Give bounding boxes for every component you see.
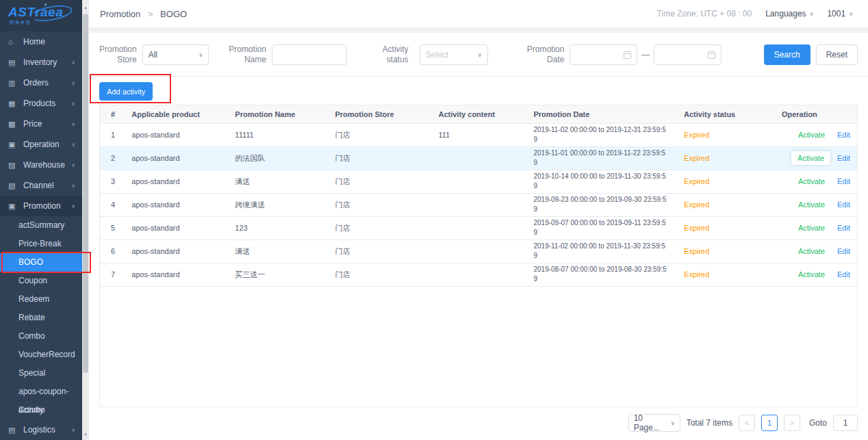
cell-index: 7 [100,263,126,286]
reset-button[interactable]: Reset [816,44,858,65]
sidebar-item-label: Home [23,37,75,47]
sidebar-item-operation[interactable]: ▣Operation∨ [0,134,82,155]
cell-index: 1 [100,123,126,146]
sidebar-item-label: Warehouse [23,160,71,170]
sidebar-item-home[interactable]: ⌂Home [0,31,82,52]
cell-activity-content [433,240,528,263]
topbar: Promotion > BOGO Time Zone: UTC + 08 : 0… [89,0,868,27]
sidebar-item-orders[interactable]: ▥Orders∨ [0,73,82,93]
edit-link[interactable]: Edit [837,200,850,209]
sidebar-item-channel[interactable]: ▧Channel∨ [0,175,82,196]
edit-link[interactable]: Edit [837,154,850,162]
activate-link[interactable]: Activate [798,131,825,139]
promotion-store-select[interactable]: All ∨ [142,44,209,65]
languages-dropdown[interactable]: Languages ∨ [765,9,813,18]
date-to-input[interactable] [654,44,722,65]
date-from-input[interactable] [570,44,637,65]
cell-activity-content: 111 [433,123,528,146]
cell-activity-content [433,170,528,193]
prev-page-button[interactable]: < [739,415,755,431]
status-badge: Expired [684,177,709,185]
home-icon: ⌂ [8,38,18,46]
cell-promotion-date: 2019-10-14 00:00:00 to 2019-11-30 23:59:… [528,170,678,193]
cell-promotion-name: 的法国队 [229,146,329,170]
activate-button-hover[interactable]: Activate [791,151,830,165]
sidebar-item-logistics[interactable]: ▤Logistics∨ [0,419,82,440]
add-activity-button[interactable]: Add activity [99,82,153,101]
activity-status-select[interactable]: Select ∨ [420,44,488,65]
edit-link[interactable]: Edit [837,177,850,185]
status-badge: Expired [684,131,709,139]
edit-link[interactable]: Edit [837,224,850,232]
edit-link[interactable]: Edit [837,270,850,279]
next-page-button[interactable]: > [784,415,800,431]
sidebar-subitem-bogo[interactable]: BOGO [0,253,82,272]
chevron-down-icon: ∨ [71,60,75,66]
sidebar-scrollbar[interactable]: ▲ ▼ [82,0,89,440]
page-size-select[interactable]: 10 Page... ∨ [628,414,680,432]
scroll-down-icon[interactable]: ▼ [82,432,89,437]
cell-operation: ActivateEdit [742,193,857,216]
total-items-label: Total 7 items [687,418,732,428]
goto-input[interactable] [833,415,858,431]
cell-activity-status: Expired [678,146,742,170]
sidebar-item-label: Channel [23,181,71,190]
calendar-icon [624,51,631,59]
filter-bar: Promotion Store All ∨ Promotion Name Act… [99,33,858,65]
activate-link[interactable]: Activate [797,154,824,162]
cell-promotion-date: 2019-09-07 00:00:00 to 2019-09-11 23:59:… [528,216,678,240]
cell-activity-status: Expired [678,216,742,240]
cell-activity-content [433,146,528,170]
table-row: 6apos-standard满送门店2019-11-02 00:00:00 to… [100,240,857,263]
chevron-down-icon: ∨ [71,427,75,433]
breadcrumb-promotion[interactable]: Promotion [100,9,140,19]
cell-operation: ActivateEdit [742,170,857,193]
table-row: 4apos-standard跨境满送门店2019-09-23 00:00:00 … [100,193,857,216]
logo-star-icon: + [44,1,47,8]
search-button[interactable]: Search [764,44,810,65]
sidebar-subitem-apos-coupon-activity[interactable]: apos-coupon-activity [0,383,82,401]
scroll-up-icon[interactable]: ▲ [82,5,89,10]
sidebar-item-warehouse[interactable]: ▨Warehouse∨ [0,155,82,175]
sidebar-subitem-combo[interactable]: Combo [0,327,82,346]
sidebar-subitem-price-break[interactable]: Price-Break [0,235,82,253]
chevron-down-icon: ∨ [71,101,75,107]
cell-applicable-product: apos-standard [126,216,229,240]
page-1-button[interactable]: 1 [761,415,778,431]
warehouse-icon: ▨ [8,161,18,170]
activate-link[interactable]: Activate [798,200,825,209]
activate-link[interactable]: Activate [798,177,825,185]
sidebar-subitem-coupon[interactable]: Coupon [0,272,82,290]
activate-link[interactable]: Activate [798,247,825,255]
sidebar-subitem-rebate[interactable]: Rebate [0,309,82,327]
activity-status-label: Activity status [363,44,409,65]
scrollbar-thumb[interactable] [83,14,88,373]
sidebar-item-promotion[interactable]: ▣Promotion∧ [0,196,82,216]
chevron-down-icon: ∨ [71,162,75,168]
sidebar-subitem-redeem[interactable]: Redeem [0,290,82,309]
promotion-store-value: All [149,50,157,60]
sidebar-subitem-actsummary[interactable]: actSummary [0,216,82,235]
cell-activity-status: Expired [678,263,742,286]
sidebar-item-label: Price [23,119,71,129]
sidebar-subitem-voucherrecord[interactable]: VoucherRecord [0,346,82,364]
cell-promotion-store: 门店 [329,170,433,193]
brand-logo: ASTraea [8,5,63,19]
sidebar-item-inventory[interactable]: ▤Inventory∨ [0,52,82,73]
account-dropdown[interactable]: 1001 ∨ [827,9,853,18]
column-header-index: # [100,105,126,123]
column-header-promotion-name: Promotion Name [229,105,329,123]
sidebar-subitem-special[interactable]: Special [0,364,82,383]
sidebar-nav: ⌂Home▤Inventory∨▥Orders∨▦Products∨▩Price… [0,31,82,440]
activate-link[interactable]: Activate [798,270,825,279]
sidebar-item-products[interactable]: ▦Products∨ [0,93,82,114]
edit-link[interactable]: Edit [837,247,850,255]
sidebar-item-price[interactable]: ▩Price∨ [0,114,82,134]
activate-link[interactable]: Activate [798,224,825,232]
promotion-name-input[interactable] [272,44,347,65]
promotion-name-label: Promotion Name [228,44,266,65]
cell-promotion-date: 2019-09-23 00:00:00 to 2019-09-30 23:59:… [528,193,678,216]
edit-link[interactable]: Edit [837,131,850,139]
cell-operation: ActivateEdit [742,146,857,170]
sidebar-subitem-combo[interactable]: Combo [0,401,82,419]
